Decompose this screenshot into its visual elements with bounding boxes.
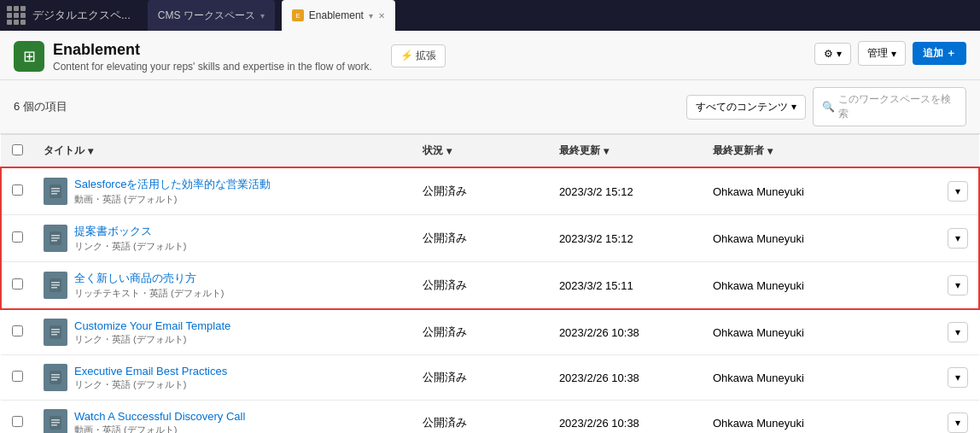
row-date-cell: 2023/2/26 10:38 [549, 401, 703, 434]
row-author: Ohkawa Muneyuki [713, 326, 804, 339]
row-title-cell: 全く新しい商品の売り方 リッチテキスト・英語 (デフォルト) [33, 262, 412, 310]
row-author-cell: Ohkawa Muneyuki [703, 262, 937, 310]
search-placeholder: このワークスペースを検索 [838, 92, 957, 121]
content-filter-button[interactable]: すべてのコンテンツ ▾ [686, 95, 806, 120]
row-author: Ohkawa Muneyuki [713, 185, 804, 198]
row-action-dropdown[interactable]: ▾ [948, 322, 968, 342]
row-author: Ohkawa Muneyuki [713, 232, 804, 245]
svg-rect-5 [51, 235, 60, 237]
row-status: 公開済み [423, 371, 467, 383]
row-checkbox-cell[interactable] [1, 167, 33, 215]
tab-cms[interactable]: CMS ワークスペース ▾ [148, 0, 275, 31]
row-action-dropdown[interactable]: ▾ [948, 228, 968, 249]
row-checkbox-cell[interactable] [1, 355, 33, 401]
tab-cms-chevron-icon: ▾ [260, 11, 265, 20]
page-header-right: ⚙ ▾ 管理 ▾ 追加 ＋ [814, 41, 966, 66]
sub-toolbar: 6 個の項目 すべてのコンテンツ ▾ 🔍 このワークスペースを検索 [0, 80, 980, 134]
tab-enablement-icon: E [292, 9, 304, 21]
doc-icon [44, 272, 67, 299]
settings-button[interactable]: ⚙ ▾ [814, 43, 851, 65]
row-status-cell: 公開済み [412, 355, 549, 401]
doc-icon [44, 178, 67, 205]
row-author-cell: Ohkawa Muneyuki [703, 309, 937, 355]
row-author: Ohkawa Muneyuki [713, 279, 804, 292]
row-title-link[interactable]: Customize Your Email Template [74, 319, 230, 332]
row-checkbox[interactable] [12, 416, 23, 427]
page-header: ⊞ Enablement Content for elevating your … [0, 31, 980, 80]
row-date-cell: 2023/3/2 15:11 [549, 262, 703, 310]
manage-button[interactable]: 管理 ▾ [858, 41, 906, 66]
row-checkbox[interactable] [12, 278, 23, 290]
row-title-link[interactable]: 提案書ボックス [74, 224, 186, 239]
title-text-area: 全く新しい商品の売り方 リッチテキスト・英語 (デフォルト) [74, 271, 224, 300]
row-action-dropdown[interactable]: ▾ [948, 181, 968, 202]
row-action-cell[interactable]: ▾ [937, 167, 979, 215]
row-title-link[interactable]: Salesforceを活用した効率的な営業活動 [74, 177, 271, 192]
settings-chevron-icon: ▾ [837, 48, 842, 60]
tab-enablement-close-icon[interactable]: ✕ [378, 11, 385, 20]
row-date: 2023/2/26 10:38 [559, 326, 639, 339]
row-checkbox[interactable] [12, 231, 23, 243]
add-button[interactable]: 追加 ＋ [913, 42, 966, 65]
title-text-area: 提案書ボックス リンク・英語 (デフォルト) [74, 224, 186, 253]
row-checkbox-cell[interactable] [1, 215, 33, 262]
row-checkbox[interactable] [12, 371, 23, 382]
search-icon: 🔍 [822, 101, 835, 113]
content-table: タイトル ▾ 状況 ▾ 最終更新 ▾ [0, 134, 980, 433]
col-author-sort-icon[interactable]: ▾ [767, 145, 773, 157]
page-header-left: ⊞ Enablement Content for elevating your … [14, 41, 446, 73]
col-status-label: 状況 [423, 143, 443, 158]
row-checkbox-cell[interactable] [1, 401, 33, 434]
row-action-cell[interactable]: ▾ [937, 401, 979, 434]
svg-rect-13 [51, 329, 60, 331]
row-date-cell: 2023/3/2 15:12 [549, 167, 703, 215]
row-action-cell[interactable]: ▾ [937, 215, 979, 262]
svg-rect-14 [51, 331, 60, 333]
svg-rect-18 [51, 377, 60, 378]
select-all-header[interactable] [1, 135, 33, 168]
row-title-cell: Watch A Successful Discovery Call 動画・英語 … [33, 401, 412, 434]
col-date: 最終更新 ▾ [549, 135, 703, 168]
row-action-dropdown[interactable]: ▾ [948, 413, 968, 433]
row-action-cell[interactable]: ▾ [937, 262, 979, 310]
row-checkbox-cell[interactable] [1, 262, 33, 310]
tab-enablement[interactable]: E Enablement ▾ ✕ [282, 0, 395, 31]
search-box[interactable]: 🔍 このワークスペースを検索 [813, 87, 966, 126]
row-checkbox[interactable] [12, 184, 23, 196]
select-all-checkbox[interactable] [12, 144, 23, 155]
table-row: 全く新しい商品の売り方 リッチテキスト・英語 (デフォルト) 公開済み 2023… [1, 262, 979, 310]
row-action-dropdown[interactable]: ▾ [948, 275, 968, 295]
row-action-cell[interactable]: ▾ [937, 355, 979, 401]
row-status: 公開済み [423, 325, 467, 338]
title-wrapper: Watch A Successful Discovery Call 動画・英語 … [44, 409, 402, 433]
col-status-sort-icon[interactable]: ▾ [446, 145, 452, 157]
row-title-sub: リンク・英語 (デフォルト) [74, 333, 230, 346]
row-status-cell: 公開済み [412, 215, 549, 262]
title-wrapper: Salesforceを活用した効率的な営業活動 動画・英語 (デフォルト) [44, 177, 402, 206]
row-date-cell: 2023/2/26 10:38 [549, 309, 703, 355]
title-text-area: Salesforceを活用した効率的な営業活動 動画・英語 (デフォルト) [74, 177, 271, 206]
settings-icon: ⚙ [824, 48, 833, 60]
col-title-sort-icon[interactable]: ▾ [88, 145, 93, 157]
row-checkbox[interactable] [12, 325, 23, 336]
app-grid-icon[interactable] [7, 6, 26, 25]
row-title-link[interactable]: 全く新しい商品の売り方 [74, 271, 224, 286]
row-action-dropdown[interactable]: ▾ [948, 367, 968, 388]
app-name: デジタルエクスペ... [32, 8, 131, 23]
row-status: 公開済み [423, 416, 467, 429]
col-date-sort-icon[interactable]: ▾ [604, 145, 609, 157]
row-action-cell[interactable]: ▾ [937, 309, 979, 355]
title-text-area: Watch A Successful Discovery Call 動画・英語 … [74, 410, 245, 434]
row-title-cell: 提案書ボックス リンク・英語 (デフォルト) [33, 215, 412, 262]
expand-button[interactable]: ⚡ 拡張 [391, 44, 446, 67]
title-text-area: Customize Your Email Template リンク・英語 (デフ… [74, 319, 230, 346]
row-title-cell: Executive Email Best Practices リンク・英語 (デ… [33, 355, 412, 401]
svg-rect-9 [51, 282, 60, 284]
svg-rect-7 [51, 240, 57, 242]
doc-icon [44, 364, 67, 391]
row-title-link[interactable]: Watch A Successful Discovery Call [74, 410, 245, 423]
row-title-link[interactable]: Executive Email Best Practices [74, 365, 227, 377]
table-row: Customize Your Email Template リンク・英語 (デフ… [1, 309, 979, 355]
row-date: 2023/3/2 15:12 [559, 232, 633, 245]
row-checkbox-cell[interactable] [1, 309, 33, 355]
